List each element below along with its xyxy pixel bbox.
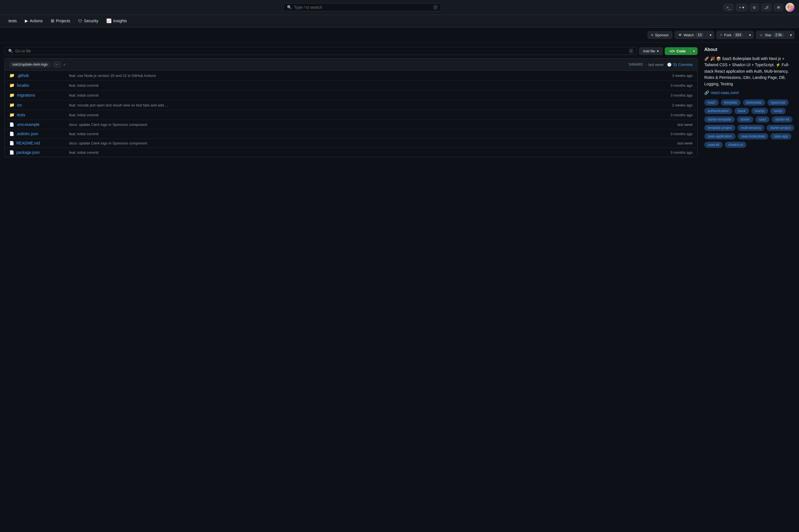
table-row[interactable]: 📁 locales feat: initial commit 3 months … bbox=[5, 80, 697, 90]
star-dropdown-button[interactable]: ▾ bbox=[788, 31, 795, 39]
code-button-group: </> Code ▾ bbox=[665, 47, 697, 55]
watch-button[interactable]: 👁 Watch 13 bbox=[675, 31, 708, 39]
file-name-cell: 📄 README.md bbox=[9, 141, 66, 145]
terminal-icon: >_ bbox=[727, 5, 731, 10]
file-commit-cell: feat: initial commit bbox=[69, 132, 655, 136]
about-title: About bbox=[704, 47, 795, 52]
tag-item[interactable]: react bbox=[704, 99, 719, 106]
nav-tests-label: tests bbox=[8, 19, 17, 23]
terminal-button[interactable]: >_ bbox=[723, 4, 734, 11]
repo-nav: tests ▶ Actions ⊞ Projects 🛡 Security 📈 … bbox=[0, 15, 799, 27]
fork-button[interactable]: ⑂ Fork 324 bbox=[716, 31, 747, 39]
file-name-cell: 📁 migrations bbox=[9, 93, 66, 98]
sponsor-button[interactable]: ♥ Sponsor bbox=[648, 31, 672, 39]
file-name-cell: 📁 src bbox=[9, 102, 66, 108]
watch-dropdown-button[interactable]: ▾ bbox=[707, 31, 714, 39]
about-link-text: react-saas.com/ bbox=[711, 90, 739, 95]
tag-item[interactable]: boilerplate bbox=[743, 99, 765, 106]
search-input[interactable] bbox=[294, 5, 431, 10]
tag-item[interactable]: starter bbox=[737, 116, 753, 122]
tag-item[interactable]: typescript bbox=[767, 99, 788, 106]
nav-item-security[interactable]: 🛡 Security bbox=[74, 15, 102, 27]
tag-item[interactable]: saas-app bbox=[770, 133, 791, 139]
tag-item[interactable]: starter-template bbox=[704, 116, 735, 122]
commit-branch[interactable]: ixartz/update-clerk-logo bbox=[9, 62, 51, 67]
go-to-file-bar[interactable]: 🔍 t bbox=[4, 47, 637, 55]
commit-options-button[interactable]: ··· bbox=[53, 61, 61, 68]
code-button[interactable]: </> Code bbox=[665, 47, 690, 55]
table-row[interactable]: 📁 .github feat: use Node.js version 20 a… bbox=[5, 71, 697, 80]
go-to-file-input[interactable] bbox=[15, 49, 627, 53]
nav-item-projects[interactable]: ⊞ Projects bbox=[47, 15, 74, 27]
main-header: 🔍 / >_ + ▾ ⊙ ⎇ ✉ 🎨 bbox=[0, 0, 799, 15]
tag-item[interactable]: starter-kit bbox=[771, 116, 793, 122]
fork-dropdown-button[interactable]: ▾ bbox=[747, 31, 753, 39]
table-row[interactable]: 📁 src feat: vscode jest open test result… bbox=[5, 100, 697, 110]
file-commit-cell: docs: update Clerk logo in Sponsors comp… bbox=[69, 122, 655, 127]
table-row[interactable]: 📄 .env.example docs: update Clerk logo i… bbox=[5, 120, 697, 129]
pull-requests-button[interactable]: ⎇ bbox=[761, 4, 771, 11]
table-row[interactable]: 📄 package.json feat: initial commit 3 mo… bbox=[5, 148, 697, 157]
add-file-chevron: ▾ bbox=[657, 49, 659, 53]
add-file-group: Add file ▾ bbox=[639, 47, 662, 55]
tag-item[interactable]: shadcn-ui bbox=[725, 142, 746, 148]
insights-icon: 📈 bbox=[106, 18, 112, 23]
add-file-label: Add file bbox=[643, 49, 655, 53]
tag-item[interactable]: starter-project bbox=[767, 125, 794, 131]
tag-item[interactable]: template-project bbox=[704, 125, 735, 131]
history-icon: 🕐 bbox=[667, 62, 672, 67]
add-file-button[interactable]: Add file ▾ bbox=[639, 47, 662, 55]
commit-time: · last week bbox=[646, 62, 664, 67]
tag-item[interactable]: saas-boilerplate bbox=[738, 133, 768, 139]
nav-security-label: Security bbox=[84, 19, 98, 23]
code-icon: </> bbox=[670, 49, 675, 53]
inbox-icon: ✉ bbox=[777, 5, 780, 10]
fork-count: 324 bbox=[733, 33, 743, 37]
search-kbd: / bbox=[433, 5, 438, 10]
avatar[interactable]: 🎨 bbox=[785, 3, 795, 12]
star-button[interactable]: ☆ Star 2.5k bbox=[756, 31, 788, 39]
tag-item[interactable]: saas bbox=[756, 116, 769, 122]
watch-button-group: 👁 Watch 13 ▾ bbox=[675, 31, 714, 39]
commit-meta: 5d0dd03 · last week 🕐 51 Commits bbox=[629, 62, 693, 67]
file-commit-cell: feat: use Node.js version 20 and 22 in G… bbox=[69, 74, 655, 78]
table-row[interactable]: 📄 README.md docs: update Clerk logo in S… bbox=[5, 138, 697, 148]
star-label: Star bbox=[765, 33, 771, 37]
code-dropdown-button[interactable]: ▾ bbox=[690, 47, 697, 55]
security-icon: 🛡 bbox=[78, 19, 82, 23]
nav-item-tests[interactable]: tests bbox=[4, 15, 21, 27]
commit-check-icon: ✓ bbox=[63, 62, 66, 67]
create-button[interactable]: + ▾ bbox=[736, 4, 747, 11]
file-commit-cell: feat: initial commit bbox=[69, 150, 655, 155]
nav-item-actions[interactable]: ▶ Actions bbox=[21, 15, 47, 27]
search-file-icon: 🔍 bbox=[8, 49, 13, 53]
pr-icon: ⎇ bbox=[764, 5, 768, 10]
fork-icon: ⑂ bbox=[720, 33, 722, 37]
file-icon: 📄 bbox=[9, 141, 14, 145]
about-link[interactable]: 🔗 react-saas.com/ bbox=[704, 90, 795, 95]
tag-item[interactable]: authentication bbox=[704, 108, 732, 114]
table-row[interactable]: 📄 .eslintrc.json feat: initial commit 3 … bbox=[5, 129, 697, 138]
inbox-button[interactable]: ✉ bbox=[774, 4, 783, 11]
file-time-cell: 2 weeks ago bbox=[659, 103, 693, 107]
tag-item[interactable]: saas-kit bbox=[704, 142, 723, 148]
tag-item[interactable]: multi-tenancy bbox=[738, 125, 764, 131]
commit-banner: ixartz/update-clerk-logo ··· ✓ 5d0dd03 ·… bbox=[4, 58, 697, 71]
file-name-cell: 📄 package.json bbox=[9, 150, 66, 155]
nav-item-insights[interactable]: 📈 Insights bbox=[102, 15, 131, 27]
file-name-cell: 📄 .env.example bbox=[9, 122, 66, 127]
repo-actions-bar: ♥ Sponsor 👁 Watch 13 ▾ ⑂ Fork 324 ▾ ☆ St… bbox=[0, 27, 799, 42]
table-row[interactable]: 📁 tests feat: initial commit 3 months ag… bbox=[5, 110, 697, 120]
tag-item[interactable]: nextjs bbox=[770, 108, 786, 114]
search-bar[interactable]: 🔍 / bbox=[283, 3, 441, 11]
copilot-button[interactable]: ⊙ bbox=[750, 4, 759, 11]
tag-item[interactable]: stack bbox=[734, 108, 749, 114]
search-icon: 🔍 bbox=[287, 5, 292, 10]
tags-container: reacttemplateboilerplatetypescriptauthen… bbox=[704, 99, 795, 148]
tag-item[interactable]: saas-application bbox=[704, 133, 736, 139]
tag-item[interactable]: reactjs bbox=[751, 108, 768, 114]
commits-link[interactable]: 🕐 51 Commits bbox=[667, 62, 693, 67]
table-row[interactable]: 📁 migrations feat: initial commit 3 mont… bbox=[5, 90, 697, 100]
tag-item[interactable]: template bbox=[721, 99, 741, 106]
commit-hash[interactable]: 5d0dd03 bbox=[629, 62, 643, 66]
